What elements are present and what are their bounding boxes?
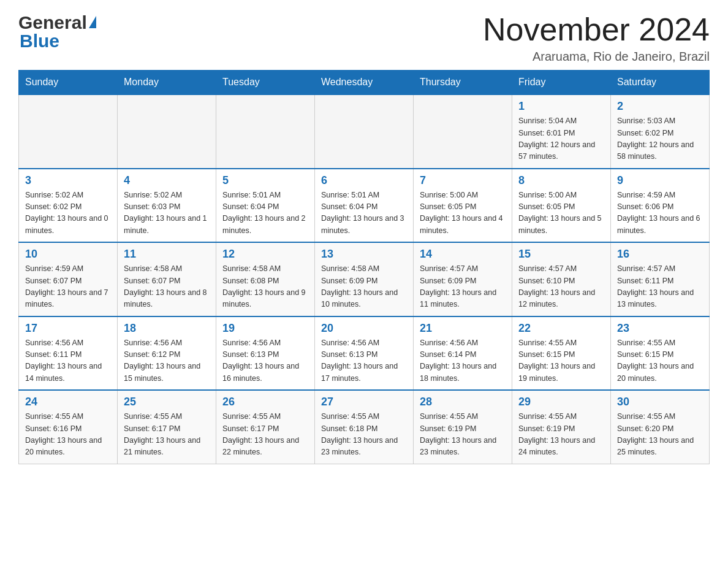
calendar-header-tuesday: Tuesday <box>216 71 315 95</box>
day-number: 9 <box>617 174 703 187</box>
day-number: 21 <box>420 322 506 335</box>
calendar-header-thursday: Thursday <box>414 71 512 95</box>
day-detail: Sunrise: 4:58 AMSunset: 6:07 PMDaylight:… <box>124 263 210 311</box>
calendar-week-row: 10Sunrise: 4:59 AMSunset: 6:07 PMDayligh… <box>19 242 710 316</box>
day-detail: Sunrise: 4:55 AMSunset: 6:19 PMDaylight:… <box>420 411 506 459</box>
day-number: 23 <box>617 322 703 335</box>
day-detail: Sunrise: 5:02 AMSunset: 6:02 PMDaylight:… <box>25 190 111 237</box>
day-detail: Sunrise: 4:57 AMSunset: 6:10 PMDaylight:… <box>518 263 604 311</box>
calendar-day-cell: 25Sunrise: 4:55 AMSunset: 6:17 PMDayligh… <box>118 390 216 464</box>
page-header: General Blue November 2024 Araruama, Rio… <box>18 12 710 64</box>
calendar-day-cell: 8Sunrise: 5:00 AMSunset: 6:05 PMDaylight… <box>512 169 611 243</box>
title-block: November 2024 Araruama, Rio de Janeiro, … <box>483 12 710 64</box>
day-number: 4 <box>124 174 210 187</box>
day-detail: Sunrise: 4:55 AMSunset: 6:18 PMDaylight:… <box>321 411 407 459</box>
calendar-table: SundayMondayTuesdayWednesdayThursdayFrid… <box>18 70 710 464</box>
day-number: 16 <box>617 248 703 261</box>
day-detail: Sunrise: 4:55 AMSunset: 6:16 PMDaylight:… <box>25 411 111 459</box>
calendar-day-cell: 14Sunrise: 4:57 AMSunset: 6:09 PMDayligh… <box>414 242 512 316</box>
day-number: 27 <box>321 396 407 408</box>
calendar-day-cell: 30Sunrise: 4:55 AMSunset: 6:20 PMDayligh… <box>611 390 710 464</box>
calendar-header-wednesday: Wednesday <box>315 71 414 95</box>
calendar-day-cell: 22Sunrise: 4:55 AMSunset: 6:15 PMDayligh… <box>512 316 611 391</box>
day-detail: Sunrise: 4:55 AMSunset: 6:15 PMDaylight:… <box>617 337 703 385</box>
day-detail: Sunrise: 4:57 AMSunset: 6:09 PMDaylight:… <box>420 263 506 311</box>
calendar-day-cell: 19Sunrise: 4:56 AMSunset: 6:13 PMDayligh… <box>216 316 315 391</box>
logo-triangle-icon <box>89 16 96 28</box>
day-number: 7 <box>420 174 506 187</box>
day-number: 20 <box>321 322 407 335</box>
day-number: 14 <box>420 248 506 261</box>
day-detail: Sunrise: 4:58 AMSunset: 6:08 PMDaylight:… <box>222 263 308 311</box>
day-number: 2 <box>617 100 703 113</box>
day-detail: Sunrise: 5:01 AMSunset: 6:04 PMDaylight:… <box>321 190 407 237</box>
location-subtitle: Araruama, Rio de Janeiro, Brazil <box>483 50 710 64</box>
day-detail: Sunrise: 4:57 AMSunset: 6:11 PMDaylight:… <box>617 263 703 311</box>
day-number: 13 <box>321 248 407 261</box>
calendar-day-cell: 10Sunrise: 4:59 AMSunset: 6:07 PMDayligh… <box>19 242 118 316</box>
calendar-header-monday: Monday <box>118 71 216 95</box>
day-number: 25 <box>124 396 210 408</box>
day-number: 22 <box>518 322 604 335</box>
day-detail: Sunrise: 5:00 AMSunset: 6:05 PMDaylight:… <box>518 190 604 237</box>
day-detail: Sunrise: 5:00 AMSunset: 6:05 PMDaylight:… <box>420 190 506 237</box>
calendar-day-cell: 20Sunrise: 4:56 AMSunset: 6:13 PMDayligh… <box>315 316 414 391</box>
day-number: 5 <box>222 174 308 187</box>
day-detail: Sunrise: 4:55 AMSunset: 6:17 PMDaylight:… <box>222 411 308 459</box>
day-number: 19 <box>222 322 308 335</box>
calendar-header-saturday: Saturday <box>611 71 710 95</box>
day-detail: Sunrise: 5:02 AMSunset: 6:03 PMDaylight:… <box>124 190 210 237</box>
calendar-day-cell: 5Sunrise: 5:01 AMSunset: 6:04 PMDaylight… <box>216 169 315 243</box>
calendar-day-cell <box>315 94 414 169</box>
calendar-day-cell <box>19 94 118 169</box>
day-number: 29 <box>518 396 604 408</box>
calendar-day-cell <box>414 94 512 169</box>
day-detail: Sunrise: 4:55 AMSunset: 6:20 PMDaylight:… <box>617 411 703 459</box>
calendar-day-cell: 23Sunrise: 4:55 AMSunset: 6:15 PMDayligh… <box>611 316 710 391</box>
calendar-day-cell: 3Sunrise: 5:02 AMSunset: 6:02 PMDaylight… <box>19 169 118 243</box>
calendar-day-cell: 18Sunrise: 4:56 AMSunset: 6:12 PMDayligh… <box>118 316 216 391</box>
day-detail: Sunrise: 4:55 AMSunset: 6:19 PMDaylight:… <box>518 411 604 459</box>
day-number: 24 <box>25 396 111 408</box>
calendar-day-cell: 17Sunrise: 4:56 AMSunset: 6:11 PMDayligh… <box>19 316 118 391</box>
calendar-day-cell <box>216 94 315 169</box>
day-detail: Sunrise: 5:01 AMSunset: 6:04 PMDaylight:… <box>222 190 308 237</box>
day-number: 28 <box>420 396 506 408</box>
day-number: 3 <box>25 174 111 187</box>
calendar-day-cell: 4Sunrise: 5:02 AMSunset: 6:03 PMDaylight… <box>118 169 216 243</box>
day-detail: Sunrise: 4:58 AMSunset: 6:09 PMDaylight:… <box>321 263 407 311</box>
day-number: 6 <box>321 174 407 187</box>
calendar-day-cell: 29Sunrise: 4:55 AMSunset: 6:19 PMDayligh… <box>512 390 611 464</box>
day-number: 8 <box>518 174 604 187</box>
calendar-day-cell: 6Sunrise: 5:01 AMSunset: 6:04 PMDaylight… <box>315 169 414 243</box>
logo-general-text: General <box>18 12 87 33</box>
calendar-day-cell: 2Sunrise: 5:03 AMSunset: 6:02 PMDaylight… <box>611 94 710 169</box>
calendar-day-cell: 13Sunrise: 4:58 AMSunset: 6:09 PMDayligh… <box>315 242 414 316</box>
day-number: 17 <box>25 322 111 335</box>
calendar-header-friday: Friday <box>512 71 611 95</box>
calendar-week-row: 3Sunrise: 5:02 AMSunset: 6:02 PMDaylight… <box>19 169 710 243</box>
day-number: 30 <box>617 396 703 408</box>
day-detail: Sunrise: 4:59 AMSunset: 6:07 PMDaylight:… <box>25 263 111 311</box>
day-detail: Sunrise: 4:56 AMSunset: 6:13 PMDaylight:… <box>222 337 308 385</box>
calendar-day-cell <box>118 94 216 169</box>
day-number: 15 <box>518 248 604 261</box>
calendar-day-cell: 24Sunrise: 4:55 AMSunset: 6:16 PMDayligh… <box>19 390 118 464</box>
day-number: 26 <box>222 396 308 408</box>
logo: General Blue <box>18 12 96 52</box>
day-detail: Sunrise: 5:03 AMSunset: 6:02 PMDaylight:… <box>617 115 703 163</box>
day-detail: Sunrise: 4:56 AMSunset: 6:12 PMDaylight:… <box>124 337 210 385</box>
day-detail: Sunrise: 4:56 AMSunset: 6:13 PMDaylight:… <box>321 337 407 385</box>
calendar-day-cell: 26Sunrise: 4:55 AMSunset: 6:17 PMDayligh… <box>216 390 315 464</box>
day-detail: Sunrise: 4:56 AMSunset: 6:14 PMDaylight:… <box>420 337 506 385</box>
calendar-day-cell: 1Sunrise: 5:04 AMSunset: 6:01 PMDaylight… <box>512 94 611 169</box>
logo-blue-text: Blue <box>20 31 59 52</box>
day-number: 12 <box>222 248 308 261</box>
day-number: 18 <box>124 322 210 335</box>
calendar-day-cell: 11Sunrise: 4:58 AMSunset: 6:07 PMDayligh… <box>118 242 216 316</box>
calendar-day-cell: 27Sunrise: 4:55 AMSunset: 6:18 PMDayligh… <box>315 390 414 464</box>
day-detail: Sunrise: 4:55 AMSunset: 6:15 PMDaylight:… <box>518 337 604 385</box>
day-detail: Sunrise: 5:04 AMSunset: 6:01 PMDaylight:… <box>518 115 604 163</box>
calendar-day-cell: 12Sunrise: 4:58 AMSunset: 6:08 PMDayligh… <box>216 242 315 316</box>
calendar-header-sunday: Sunday <box>19 71 118 95</box>
